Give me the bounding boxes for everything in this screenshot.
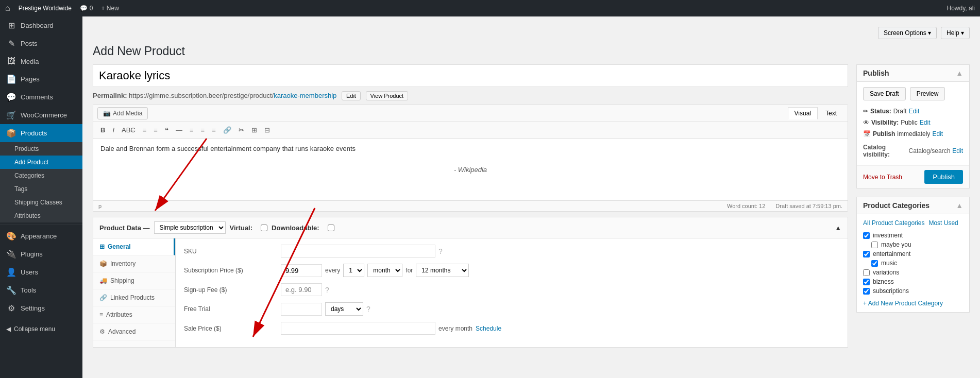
virtual-checkbox[interactable] [261, 224, 267, 232]
sidebar-item-plugins[interactable]: 🔌 Plugins [0, 245, 82, 263]
sidebar-item-add-product[interactable]: Add Product [0, 156, 82, 169]
product-data-section: Product Data — Simple subscription Virtu… [93, 217, 848, 348]
toolbar-link[interactable]: 🔗 [220, 124, 234, 136]
sidebar-item-appearance[interactable]: 🎨 Appearance [0, 227, 82, 245]
all-categories-tab[interactable]: All Product Categories [863, 219, 924, 227]
category-music-checkbox[interactable] [871, 260, 878, 267]
sidebar-item-categories[interactable]: Categories [0, 169, 82, 182]
free-trial-unit-select[interactable]: days weeks months years [325, 302, 363, 316]
free-trial-help-icon[interactable]: ? [366, 305, 370, 313]
status-label: Status: [870, 108, 891, 115]
pd-tab-attributes[interactable]: ≡ Attributes [93, 306, 175, 323]
move-to-trash-button[interactable]: Move to Trash [863, 174, 902, 181]
subscription-price-input[interactable] [281, 264, 322, 277]
category-bizness-checkbox[interactable] [863, 279, 870, 285]
tools-icon: 🔧 [6, 285, 16, 295]
sidebar-item-posts[interactable]: ✎ Posts [0, 35, 82, 53]
tab-visual[interactable]: Visual [788, 107, 818, 119]
publish-collapse-icon[interactable]: ▲ [956, 69, 963, 77]
toolbar-more[interactable]: ⊟ [261, 124, 273, 136]
tab-text[interactable]: Text [819, 107, 843, 119]
publish-button[interactable]: Publish [924, 170, 963, 184]
toolbar-insert-table[interactable]: ⊞ [248, 124, 260, 136]
editor-content[interactable]: Dale and Brennan form a successful enter… [93, 139, 848, 200]
sidebar-item-attributes[interactable]: Attributes [0, 209, 82, 222]
collapse-menu-button[interactable]: ◀ Collapse menu [0, 321, 82, 337]
sidebar-item-users[interactable]: 👤 Users [0, 263, 82, 281]
toolbar-align-center[interactable]: ≡ [198, 124, 208, 136]
category-entertainment-checkbox[interactable] [863, 251, 870, 257]
toolbar-align-right[interactable]: ≡ [209, 124, 219, 136]
sidebar-item-products-list[interactable]: Products [0, 142, 82, 156]
sidebar-item-comments[interactable]: 💬 Comments [0, 88, 82, 106]
free-trial-input[interactable] [281, 303, 322, 316]
permalink-view-button[interactable]: View Product [366, 91, 409, 100]
status-edit-link[interactable]: Edit [909, 108, 920, 115]
pd-tab-advanced[interactable]: ⚙ Advanced [93, 323, 175, 340]
category-investment-checkbox[interactable] [863, 232, 870, 239]
most-used-tab[interactable]: Most Used [928, 219, 958, 227]
sidebar-item-media[interactable]: 🖼 Media [0, 53, 82, 70]
sidebar-item-tags[interactable]: Tags [0, 182, 82, 196]
pd-tab-shipping[interactable]: 🚚 Shipping [93, 272, 175, 289]
sale-price-schedule-link[interactable]: Schedule [476, 325, 501, 332]
publish-title: Publish [863, 69, 889, 77]
downloadable-text: Downloadable: [272, 224, 319, 232]
save-draft-button[interactable]: Save Draft [863, 87, 906, 100]
visibility-edit-link[interactable]: Edit [920, 119, 931, 126]
permalink-edit-button[interactable]: Edit [342, 91, 361, 100]
add-media-button[interactable]: 📷 Add Media [97, 107, 148, 119]
signup-fee-input[interactable] [281, 283, 322, 296]
attributes-label: Attributes [14, 212, 41, 219]
sale-price-input[interactable] [281, 322, 435, 335]
post-title-input[interactable] [93, 64, 848, 87]
categories-collapse-icon[interactable]: ▲ [956, 201, 963, 210]
publish-on-edit-link[interactable]: Edit [932, 130, 943, 138]
admin-bar-new[interactable]: + New [102, 5, 119, 12]
subscription-period-select[interactable]: 1 2 3 [343, 264, 364, 277]
sidebar-item-products[interactable]: 📦 Products [0, 124, 82, 142]
sku-input[interactable] [281, 245, 435, 257]
sku-help-icon[interactable]: ? [438, 247, 443, 255]
admin-bar-site-name[interactable]: Prestige Worldwide [19, 5, 72, 12]
category-variations-checkbox[interactable] [863, 269, 870, 276]
downloadable-checkbox[interactable] [328, 224, 334, 232]
admin-bar-comments[interactable]: 💬 0 [80, 5, 93, 12]
shipping-classes-label: Shipping Classes [14, 199, 62, 206]
toolbar-align-left[interactable]: ≡ [187, 124, 197, 136]
toolbar-ol[interactable]: ≡ [150, 124, 161, 136]
toolbar-hr[interactable]: — [173, 124, 185, 136]
subscription-interval-select[interactable]: day week month year [367, 264, 402, 277]
sidebar-item-shipping-classes[interactable]: Shipping Classes [0, 196, 82, 209]
toolbar-bold[interactable]: B [97, 124, 108, 136]
category-maybe-you-label: maybe you [881, 241, 911, 248]
pd-tab-general[interactable]: ⊞ General [93, 238, 175, 255]
preview-button[interactable]: Preview [910, 87, 945, 100]
every-month-label: every month [438, 325, 472, 332]
product-type-select[interactable]: Simple subscription [154, 221, 226, 234]
pd-tab-inventory[interactable]: 📦 Inventory [93, 255, 175, 272]
sidebar-item-tools[interactable]: 🔧 Tools [0, 281, 82, 299]
screen-options-button[interactable]: Screen Options ▾ [878, 27, 937, 39]
media-icon: 🖼 [6, 57, 16, 66]
category-subscriptions-checkbox[interactable] [863, 288, 870, 295]
pd-tab-linked[interactable]: 🔗 Linked Products [93, 289, 175, 306]
every-label: every [325, 267, 340, 274]
toolbar-ul[interactable]: ≡ [140, 124, 150, 136]
toolbar-unlink[interactable]: ✂ [235, 124, 247, 136]
signup-fee-help-icon[interactable]: ? [325, 286, 329, 294]
subscription-length-select[interactable]: Never expire 1 month 2 months 3 months 6… [416, 264, 469, 277]
sidebar-item-woocommerce[interactable]: 🛒 WooCommerce [0, 106, 82, 124]
category-maybe-you-checkbox[interactable] [871, 242, 878, 248]
sidebar-item-dashboard[interactable]: ⊞ Dashboard [0, 16, 82, 35]
help-button[interactable]: Help ▾ [941, 27, 970, 39]
toolbar-strikethrough[interactable]: ABC [119, 124, 139, 136]
sidebar-item-pages[interactable]: 📄 Pages [0, 70, 82, 88]
sidebar-item-settings[interactable]: ⚙ Settings [0, 299, 82, 317]
toolbar-blockquote[interactable]: ❝ [162, 124, 172, 136]
permalink-slug[interactable]: karaoke-membership [274, 92, 336, 99]
catalog-edit-link[interactable]: Edit [952, 147, 963, 154]
add-category-link[interactable]: + Add New Product Category [863, 300, 963, 307]
toolbar-italic[interactable]: I [109, 124, 117, 136]
product-data-collapse-icon[interactable]: ▲ [835, 224, 841, 232]
